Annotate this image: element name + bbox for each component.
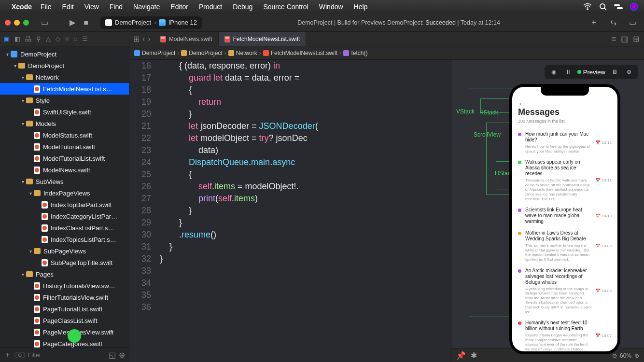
tree-row[interactable]: IndexTopBarPart.swift — [0, 199, 129, 210]
message-row[interactable]: How much junk can your Mac hide?Here's h… — [518, 128, 612, 156]
add-editor-icon[interactable]: ⊞ — [633, 34, 639, 43]
device-settings-button[interactable]: 🖥 — [609, 67, 620, 77]
disclosure-icon[interactable]: ▾ — [4, 52, 11, 57]
zoom-out-button[interactable]: ⊖ — [612, 352, 617, 359]
adjust-editor-icon[interactable]: ▥ — [621, 34, 628, 43]
add-button[interactable]: ＋ — [587, 17, 601, 28]
menu-file[interactable]: File — [41, 3, 52, 11]
menu-help[interactable]: Help — [354, 3, 368, 11]
menu-source-control[interactable]: Source Control — [263, 3, 308, 11]
filter-scope-button[interactable]: ⊙ — [14, 352, 25, 358]
tree-row[interactable]: ModelStatus.swift — [0, 129, 129, 141]
menu-window[interactable]: Window — [319, 3, 343, 11]
app-name[interactable]: Xcode — [12, 3, 32, 11]
breadcrumb-item[interactable]: DemoProject — [189, 50, 222, 56]
tree-row[interactable]: IndexTopicsListPart.s… — [0, 234, 129, 245]
tree-row[interactable]: PageTutorialList.swift — [0, 303, 129, 315]
find-navigator-icon[interactable]: ⚲ — [36, 35, 41, 42]
forward-button[interactable]: › — [148, 35, 150, 43]
tree-row[interactable]: HistoryTutorialsView.sw… — [0, 280, 129, 292]
message-row[interactable]: An Arctic miracle: Icebreaker salvages l… — [518, 265, 612, 318]
toggle-sidebar-button[interactable]: ▭ — [38, 17, 51, 28]
message-row[interactable]: Mother in Law's Dress at Wedding Sparks … — [518, 227, 612, 265]
source-control-navigator-icon[interactable]: ◧ — [14, 35, 20, 42]
scheme-selector[interactable]: DemoProject › iPhone 12 — [100, 16, 202, 29]
tree-row[interactable]: SwiftUIStyle.swift — [0, 106, 129, 118]
breakpoint-navigator-icon[interactable]: ⌂ — [74, 35, 78, 42]
tree-row[interactable]: ▾IndexPageViews — [0, 187, 129, 199]
disclosure-icon[interactable]: ▾ — [19, 121, 26, 126]
device-screen[interactable]: ← Messages 100 Messages in the list. How… — [512, 87, 617, 351]
tree-row[interactable]: PageMessagesView.swift — [0, 326, 129, 338]
test-navigator-icon[interactable]: ◇ — [56, 35, 60, 42]
editor-tab-active[interactable]: FetchModelNewsList.swift — [219, 32, 307, 46]
tree-row[interactable]: ModelNews.swift — [0, 164, 129, 176]
editor-tab-inactive[interactable]: ModelNews.swift — [154, 32, 219, 46]
filter-input[interactable] — [28, 352, 106, 359]
report-navigator-icon[interactable]: ☰ — [82, 35, 88, 42]
disclosure-icon[interactable]: ▾ — [27, 191, 34, 196]
back-button[interactable]: ‹ — [142, 35, 145, 43]
tree-row[interactable]: FilterTutorialsView.swift — [0, 292, 129, 303]
tree-row[interactable]: ▾Pages — [0, 268, 129, 280]
back-arrow-icon[interactable]: ← — [518, 99, 526, 108]
stop-button[interactable]: ■ — [79, 17, 93, 28]
code-review-button[interactable]: ⇆ — [606, 17, 620, 28]
siri-icon[interactable] — [630, 2, 638, 11]
recent-filter-icon[interactable]: ◱ — [109, 350, 116, 360]
toggle-inspector-button[interactable]: ▭ — [626, 17, 639, 28]
pause-preview-button[interactable]: ⏸ — [563, 67, 574, 77]
tree-row[interactable]: ▾Network — [0, 71, 129, 83]
issue-navigator-icon[interactable]: △ — [46, 35, 51, 42]
message-row[interactable]: Walruses appear early on Alaska shore as… — [518, 156, 612, 204]
preview-error-icon[interactable]: ✱ — [471, 351, 477, 360]
disclosure-icon[interactable]: ▾ — [27, 249, 34, 254]
live-preview-button[interactable]: ◉ — [548, 67, 559, 77]
add-file-button[interactable]: ＋ — [4, 350, 12, 360]
zoom-in-button[interactable]: ⊕ — [634, 352, 639, 359]
breadcrumb-item[interactable]: FetchModelNewsList.swift — [271, 50, 338, 56]
scm-filter-icon[interactable]: ⊕ — [119, 350, 125, 360]
tree-row[interactable]: FetchModelNewsList.s… — [0, 83, 129, 95]
editor-layout-icon[interactable]: ≡ — [612, 35, 616, 43]
tree-row[interactable]: ▾SubPageViews — [0, 245, 129, 257]
tree-row[interactable]: SubPageTopTitle.swift — [0, 257, 129, 268]
close-window-button[interactable] — [5, 20, 11, 26]
jump-bar[interactable]: DemoProject› DemoProject› Network› Fetch… — [129, 46, 644, 60]
tree-row[interactable]: ▾Models — [0, 118, 129, 129]
menu-navigate[interactable]: Navigate — [133, 3, 160, 11]
control-center-icon[interactable] — [614, 2, 623, 11]
disclosure-icon[interactable]: ▾ — [19, 75, 26, 80]
message-row[interactable]: Scientists link Europe heat wave to man-… — [518, 204, 612, 227]
tree-row[interactable]: PageClassList.swift — [0, 315, 129, 326]
tree-row[interactable]: ▾SubViews — [0, 176, 129, 187]
zoom-window-button[interactable] — [23, 20, 29, 26]
breadcrumb-item[interactable]: fetch() — [351, 50, 367, 56]
message-list[interactable]: How much junk can your Mac hide?Here's h… — [512, 126, 617, 351]
project-navigator-icon[interactable]: ▣ — [4, 35, 10, 42]
message-row[interactable]: Humanity's next test: feed 10 billion wi… — [518, 317, 612, 351]
menu-debug[interactable]: Debug — [233, 3, 252, 11]
menu-edit[interactable]: Edit — [62, 3, 74, 11]
breadcrumb-item[interactable]: Network — [236, 50, 257, 56]
duplicate-preview-button[interactable]: ⊕ — [624, 67, 634, 77]
symbol-navigator-icon[interactable]: 品 — [25, 35, 31, 43]
breadcrumb-item[interactable]: DemoProject — [142, 50, 175, 56]
tree-row[interactable]: ModelTutorialList.swift — [0, 153, 129, 164]
tree-row[interactable]: ▾DemoProject — [0, 48, 129, 60]
wifi-icon[interactable] — [583, 2, 592, 11]
menu-editor[interactable]: Editor — [170, 3, 188, 11]
run-button[interactable]: ▶ — [66, 17, 79, 28]
search-icon[interactable] — [599, 2, 607, 11]
debug-navigator-icon[interactable]: ≡ — [65, 35, 69, 42]
code-editor[interactable]: 1617181920212223242526272829303132333435… — [129, 60, 451, 362]
minimize-window-button[interactable] — [14, 20, 20, 26]
menu-find[interactable]: Find — [110, 3, 123, 11]
tree-row[interactable]: PageCategories.swift — [0, 338, 129, 348]
tree-row[interactable]: ▾DemoProject — [0, 60, 129, 71]
disclosure-icon[interactable]: ▾ — [19, 98, 26, 103]
tree-row[interactable]: IndexCategoryListPar… — [0, 210, 129, 222]
tree-row[interactable]: ▾Style — [0, 95, 129, 106]
disclosure-icon[interactable]: ▾ — [19, 179, 26, 184]
tree-row[interactable]: ModelTutorial.swift — [0, 141, 129, 153]
